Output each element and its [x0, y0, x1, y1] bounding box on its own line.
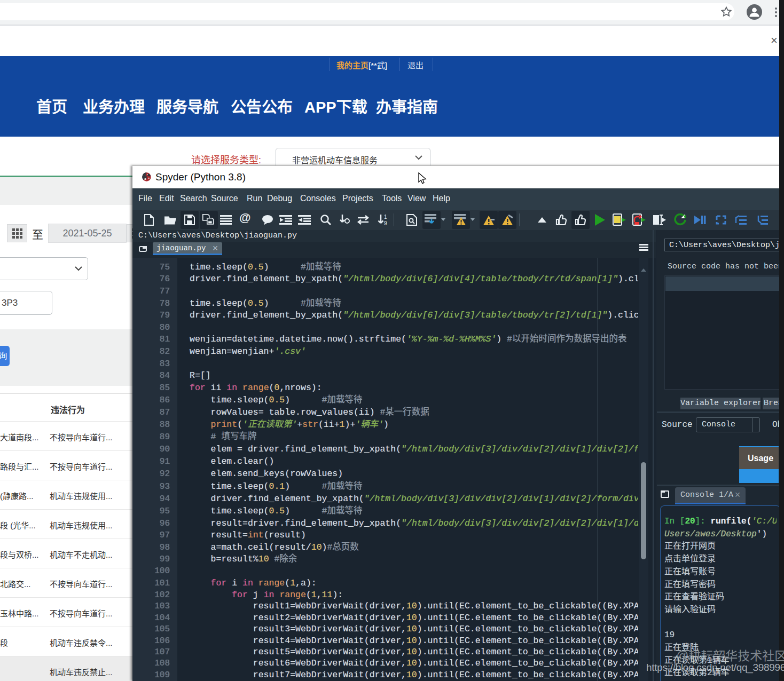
svg-text:9: 9: [384, 220, 387, 226]
svg-text:1: 1: [384, 214, 387, 220]
